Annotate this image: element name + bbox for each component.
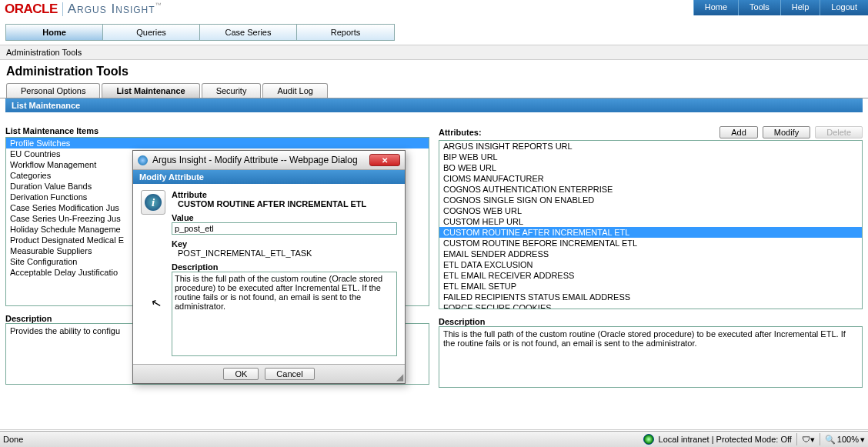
dialog-title: Argus Insight - Modify Attribute -- Webp… — [152, 155, 358, 165]
tab-home[interactable]: Home — [6, 25, 103, 40]
subtab-audit-log[interactable]: Audit Log — [262, 83, 327, 98]
key-value: POST_INCREMENTAL_ETL_TASK — [172, 249, 397, 258]
resize-grip-icon[interactable]: ◢ — [396, 372, 403, 382]
app-logo: ORACLE Argus Insight™ — [0, 0, 167, 18]
list-item[interactable]: CUSTOM ROUTINE BEFORE INCREMENTAL ETL — [439, 238, 862, 249]
subtab-list-maintenance[interactable]: List Maintenance — [102, 83, 199, 98]
description-label: Description — [172, 262, 397, 272]
attribute-label: Attribute — [172, 190, 397, 199]
list-item[interactable]: ETL EMAIL SETUP — [439, 281, 862, 292]
subtab-security[interactable]: Security — [202, 83, 262, 98]
list-item[interactable]: COGNOS SINGLE SIGN ON ENABLED — [439, 195, 862, 205]
list-item[interactable]: Profile Switches — [6, 138, 429, 148]
dialog-subheader: Modify Attribute — [133, 170, 405, 184]
dialog-titlebar[interactable]: Argus Insight - Modify Attribute -- Webp… — [133, 151, 405, 170]
tab-case-series[interactable]: Case Series — [200, 25, 297, 40]
main-nav: Home Queries Case Series Reports — [5, 24, 395, 41]
right-desc-box: This is the full path of the custom rout… — [439, 326, 863, 388]
subtabs: Personal Options List Maintenance Securi… — [0, 83, 868, 98]
list-item[interactable]: BIP WEB URL — [439, 152, 862, 162]
modify-attribute-dialog: Argus Insight - Modify Attribute -- Webp… — [132, 150, 406, 384]
ie-icon — [138, 155, 148, 165]
left-col-header: List Maintenance Items — [5, 126, 98, 135]
list-item[interactable]: CUSTOM HELP URL — [439, 216, 862, 227]
topnav-home[interactable]: Home — [693, 0, 738, 15]
list-item[interactable]: CIOMS MANUFACTURER — [439, 173, 862, 184]
list-item[interactable]: ETL EMAIL RECEIVER ADDRESS — [439, 270, 862, 281]
zoom-control[interactable]: 🔍 100% ▾ — [825, 435, 865, 445]
section-header: List Maintenance — [5, 98, 863, 112]
list-item[interactable]: COGNOS AUTHENTICATION ENTERPRISE — [439, 184, 862, 195]
attribute-value: CUSTOM ROUTINE AFTER INCREMENTAL ETL — [172, 199, 397, 208]
status-done: Done — [3, 435, 23, 444]
topnav-logout[interactable]: Logout — [820, 0, 868, 15]
zoom-value: 100% — [837, 435, 859, 444]
delete-button: Delete — [815, 126, 863, 138]
list-item[interactable]: ARGUS INSIGHT REPORTS URL — [439, 141, 862, 152]
tab-queries[interactable]: Queries — [103, 25, 200, 40]
key-label: Key — [172, 239, 397, 249]
list-item[interactable]: ETL DATA EXCLUSION — [439, 259, 862, 270]
list-item[interactable]: CUSTOM ROUTINE AFTER INCREMENTAL ETL — [439, 227, 862, 238]
zoom-icon: 🔍 — [825, 435, 836, 445]
chevron-down-icon[interactable]: ▾ — [860, 435, 865, 445]
top-nav: Home Tools Help Logout — [693, 0, 868, 15]
attributes-header: Attributes: — [439, 128, 482, 137]
list-item[interactable]: EMAIL SENDER ADDRESS — [439, 249, 862, 259]
subtab-personal-options[interactable]: Personal Options — [6, 83, 100, 98]
status-bar: Done Local intranet | Protected Mode: Of… — [0, 431, 868, 447]
logo-divider — [62, 2, 63, 16]
close-icon[interactable]: ✕ — [369, 154, 400, 166]
info-icon: i — [141, 190, 165, 215]
tab-reports[interactable]: Reports — [297, 25, 394, 40]
page-title: Administration Tools — [0, 60, 868, 83]
oracle-wordmark: ORACLE — [5, 2, 58, 17]
security-zone: Local intranet | Protected Mode: Off — [659, 435, 792, 444]
protected-mode-icon[interactable]: 🛡▾ — [802, 435, 815, 445]
cancel-button[interactable]: Cancel — [265, 368, 314, 380]
globe-icon — [643, 434, 654, 445]
breadcrumb: Administration Tools — [0, 45, 868, 60]
list-item[interactable]: FORCE SECURE COOKIES — [439, 302, 862, 309]
add-button[interactable]: Add — [719, 126, 758, 138]
topnav-tools[interactable]: Tools — [738, 0, 780, 15]
attributes-list[interactable]: ARGUS INSIGHT REPORTS URLBIP WEB URLBO W… — [439, 140, 863, 309]
list-item[interactable]: COGNOS WEB URL — [439, 205, 862, 216]
modify-button[interactable]: Modify — [763, 126, 810, 138]
description-textarea[interactable]: This is the full path of the custom rout… — [172, 272, 397, 356]
value-label: Value — [172, 213, 397, 222]
topnav-help[interactable]: Help — [780, 0, 820, 15]
list-item[interactable]: BO WEB URL — [439, 162, 862, 173]
value-input[interactable] — [172, 222, 397, 235]
ok-button[interactable]: OK — [223, 368, 259, 380]
list-item[interactable]: FAILED RECIPIENTS STATUS EMAIL ADDRESS — [439, 292, 862, 302]
product-name: Argus Insight™ — [68, 2, 162, 17]
right-desc-label: Description — [439, 317, 863, 326]
